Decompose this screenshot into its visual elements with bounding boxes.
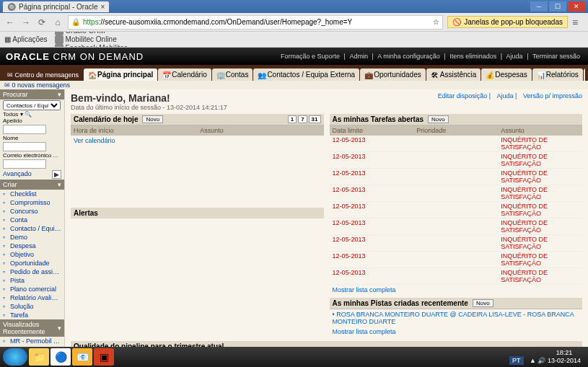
page-action-link[interactable]: Ajuda: [497, 92, 514, 100]
task-date-link[interactable]: 12-05-2013: [330, 202, 414, 218]
task-subject-link[interactable]: INQUÉRITO DE SATISFAÇÃO: [498, 169, 582, 185]
blocked-icon: 🚫: [452, 18, 461, 26]
create-item[interactable]: ▫Objetivo: [0, 250, 64, 259]
task-date-link[interactable]: 12-05-2013: [330, 185, 414, 201]
collapse-icon[interactable]: ▾: [58, 91, 61, 98]
nav-tab[interactable]: 📅Calendário: [158, 68, 211, 81]
create-item[interactable]: ▫Compromisso: [0, 198, 64, 207]
recent-item[interactable]: ▫MR - Permobil Meeting Po: [0, 337, 64, 345]
task-subject-link[interactable]: INQUÉRITO DE SATISFAÇÃO: [498, 268, 582, 284]
nav-tab[interactable]: 📋Painel: [584, 68, 585, 81]
header-link[interactable]: A minha configuração: [377, 53, 440, 60]
new-messages-link[interactable]: ✉ 0 novas mensagens: [0, 81, 588, 89]
taskbar-powerpoint-icon[interactable]: ▣: [94, 348, 114, 366]
item-icon: ▫: [3, 190, 9, 196]
show-full-list-link[interactable]: Mostrar lista completa: [330, 327, 583, 337]
bookmark-star-icon[interactable]: ☆: [433, 18, 439, 26]
task-date-link[interactable]: 12-05-2013: [330, 169, 414, 185]
search-type-select[interactable]: Contactos / Equipa ▾: [3, 100, 61, 110]
nome-input[interactable]: [3, 142, 46, 151]
create-item[interactable]: ▫Tarefa: [0, 311, 64, 319]
nav-tab[interactable]: 💼Oportunidades: [360, 68, 426, 81]
favicon-icon: [55, 35, 63, 44]
create-item[interactable]: ▫Checklist: [0, 190, 64, 198]
cal-month-button[interactable]: 31: [309, 115, 321, 123]
show-full-list-link[interactable]: Mostrar lista completa: [330, 285, 583, 295]
create-item[interactable]: ▫Pedido de assistência: [0, 267, 64, 276]
task-date-link[interactable]: 12-05-2013: [330, 152, 414, 168]
create-item[interactable]: ▫Plano comercial: [0, 285, 64, 293]
minimize-button[interactable]: ─: [530, 1, 548, 12]
cal-day-button[interactable]: 1: [288, 115, 297, 123]
nav-tab[interactable]: 👥Contactos / Equipa Externa: [253, 68, 359, 81]
nav-tab[interactable]: 🏠Página principal: [84, 68, 157, 81]
popup-blocked-warning[interactable]: 🚫 Janelas de pop-up bloqueadas: [447, 16, 568, 28]
message-center[interactable]: ✉ Centro de mensagens: [3, 69, 83, 81]
language-indicator[interactable]: PT: [509, 356, 524, 365]
task-date-link[interactable]: 12-05-2013: [330, 218, 414, 234]
apps-button[interactable]: ▦ Aplicações: [4, 35, 48, 43]
create-item[interactable]: ▫Relatório Avaliação: [0, 293, 64, 302]
nav-tab[interactable]: 🛠Assistência: [426, 68, 481, 81]
cal-week-button[interactable]: 7: [298, 115, 307, 123]
back-button[interactable]: ←: [4, 17, 16, 28]
view-calendar-link[interactable]: Ver calendário: [71, 136, 324, 146]
create-item[interactable]: ▫Oportunidade: [0, 259, 64, 267]
maximize-button[interactable]: ☐: [549, 1, 566, 12]
task-subject-link[interactable]: INQUÉRITO DE SATISFAÇÃO: [498, 202, 582, 218]
browser-tab[interactable]: 🔘 Página principal - Oracle ×: [3, 1, 109, 12]
close-button[interactable]: ✕: [568, 1, 585, 12]
task-date-link[interactable]: 12-05-2013: [330, 252, 414, 267]
header-link[interactable]: Formação e Suporte: [281, 53, 340, 60]
taskbar-chrome-icon[interactable]: 🔵: [51, 348, 71, 366]
new-button[interactable]: Novo: [428, 115, 449, 123]
task-date-link[interactable]: 12-05-2013: [330, 268, 414, 284]
apelido-input[interactable]: [3, 125, 46, 134]
create-item[interactable]: ▫Despesa: [0, 242, 64, 250]
start-button[interactable]: [3, 348, 27, 366]
task-subject-link[interactable]: INQUÉRITO DE SATISFAÇÃO: [498, 252, 582, 267]
header-link[interactable]: Terminar sessão: [532, 53, 580, 60]
create-item[interactable]: ▫Pista: [0, 276, 64, 285]
page-action-link[interactable]: Versão p/ impressão: [523, 92, 582, 100]
bookmark-item[interactable]: Mobilitec Online: [55, 35, 137, 44]
header-link[interactable]: Admin: [349, 53, 368, 60]
reload-button[interactable]: ⟳: [36, 17, 48, 28]
new-button[interactable]: Novo: [142, 115, 163, 123]
task-date-link[interactable]: 12-05-2013: [330, 136, 414, 151]
lead-link[interactable]: • ROSA BRANCA MONTEIRO DUARTE @ CADEIRA …: [330, 309, 583, 327]
close-tab-icon[interactable]: ×: [101, 3, 105, 11]
collapse-icon[interactable]: ▾: [58, 181, 61, 188]
url-input[interactable]: 🔒 https://secure-ausomxiia.crmondemand.c…: [68, 15, 443, 30]
create-item[interactable]: ▫Solução: [0, 302, 64, 311]
nav-tab[interactable]: 🏢Contas: [212, 68, 253, 81]
advanced-search-link[interactable]: Avançado ▶: [0, 169, 64, 180]
item-icon: ▫: [3, 208, 9, 213]
task-date-link[interactable]: 12-05-2013: [330, 235, 414, 251]
forward-button[interactable]: →: [20, 17, 32, 28]
page-action-link[interactable]: Editar disposição: [438, 92, 488, 100]
create-item[interactable]: ▫Concurso: [0, 207, 64, 216]
create-item[interactable]: ▫Conta: [0, 216, 64, 224]
header-link[interactable]: Ajuda: [506, 53, 523, 60]
create-item[interactable]: ▫Demo: [0, 233, 64, 242]
header-link[interactable]: Itens eliminados: [449, 53, 496, 60]
task-subject-link[interactable]: INQUÉRITO DE SATISFAÇÃO: [498, 235, 582, 251]
home-button[interactable]: ⌂: [52, 17, 63, 28]
task-subject-link[interactable]: INQUÉRITO DE SATISFAÇÃO: [498, 136, 582, 151]
task-subject-link[interactable]: INQUÉRITO DE SATISFAÇÃO: [498, 152, 582, 168]
url-text: ://secure-ausomxiia.crmondemand.com/OnDe…: [99, 18, 353, 26]
task-subject-link[interactable]: INQUÉRITO DE SATISFAÇÃO: [498, 185, 582, 201]
taskbar-explorer-icon[interactable]: 📁: [29, 348, 49, 366]
taskbar-outlook-icon[interactable]: 📧: [72, 348, 92, 366]
new-button[interactable]: Novo: [473, 299, 493, 307]
main-nav: ✉ Centro de mensagens 🏠Página principal📅…: [0, 65, 588, 81]
correio-input[interactable]: [3, 159, 46, 169]
collapse-icon[interactable]: ▾: [58, 324, 61, 332]
task-subject-link[interactable]: INQUÉRITO DE SATISFAÇÃO: [498, 218, 582, 234]
create-item[interactable]: ▫Contacto / Equipa Externa: [0, 224, 64, 233]
url-protocol: https: [83, 18, 99, 26]
nav-tab[interactable]: 💰Despesas: [481, 68, 531, 81]
nav-tab[interactable]: 📊Relatórios: [532, 68, 583, 81]
browser-menu-button[interactable]: ≡: [572, 17, 584, 28]
